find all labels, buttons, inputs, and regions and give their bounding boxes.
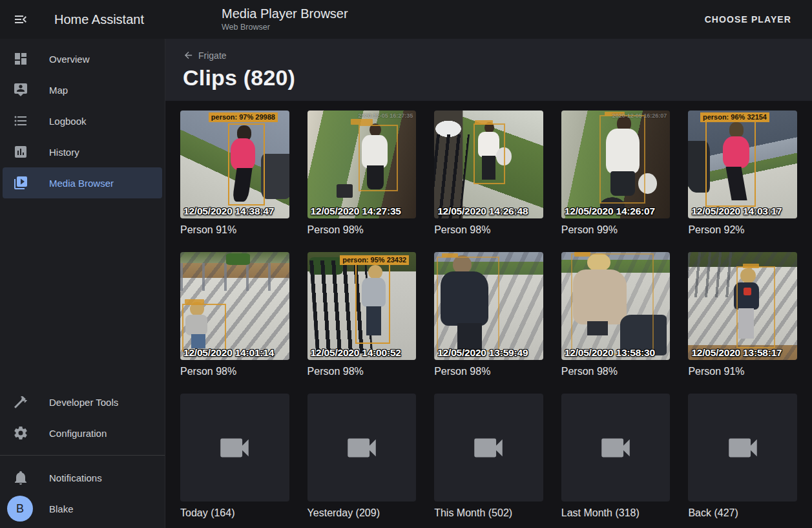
user-name: Blake <box>49 503 74 514</box>
package-shape <box>337 184 353 198</box>
sidebar-item-history[interactable]: History <box>3 136 162 167</box>
sidebar-item-notifications[interactable]: Notifications <box>3 462 162 493</box>
folder-card-last-month[interactable]: Last Month (318) <box>561 394 671 520</box>
folder-caption: Back (427) <box>688 507 797 520</box>
sidebar-item-label: Map <box>49 85 68 96</box>
menu-open-icon[interactable] <box>13 12 28 27</box>
clip-thumbnail: 12/05/2020 13:59:49 <box>434 252 543 360</box>
clip-card[interactable]: 12/05/2020 13:58:30 Person 98% <box>561 252 671 378</box>
media-grid-area: person: 97% 29988 12/05/2020 14:38:47 Pe… <box>165 101 812 525</box>
app-name: Home Assistant <box>54 12 144 27</box>
clip-timestamp: 12/05/2020 14:26:07 <box>565 206 655 217</box>
media-browser-panel: Frigate Clips (820) person: 97% 29988 12… <box>165 39 812 528</box>
folder-card-today[interactable]: Today (164) <box>180 394 289 520</box>
sidebar-item-label: Configuration <box>49 428 107 439</box>
clip-caption: Person 91% <box>180 224 289 237</box>
top-app-bar: Home Assistant Media Player Browser Web … <box>0 0 812 39</box>
detection-bounding-box <box>182 304 225 351</box>
clip-timestamp: 12/05/2020 13:58:17 <box>691 347 782 359</box>
page-title-block: Media Player Browser Web Browser <box>222 6 348 32</box>
detection-label-chip <box>351 119 373 124</box>
chart-box-icon <box>13 144 28 160</box>
sidebar-spacer <box>0 198 165 386</box>
clip-timestamp: 12/05/2020 14:27:35 <box>311 206 401 217</box>
clip-card[interactable]: 12/05/2020 13:58:17 Person 91% <box>688 252 797 378</box>
detection-label: person: 95% 23432 <box>340 255 409 265</box>
content-header: Frigate Clips (820) <box>165 39 812 101</box>
detection-label: person: 97% 29988 <box>209 112 278 122</box>
detection-bounding-box <box>437 257 500 352</box>
sidebar-item-developer-tools[interactable]: Developer Tools <box>3 386 162 417</box>
folder-thumbnail <box>561 394 671 502</box>
sidebar-item-label: Developer Tools <box>49 397 118 408</box>
clip-card[interactable]: 12/05/2020 14:01:14 Person 98% <box>180 252 289 378</box>
clip-card[interactable]: 12/05/2020 13:59:49 Person 98% <box>434 252 543 378</box>
clip-card[interactable]: person: 97% 29988 12/05/2020 14:38:47 Pe… <box>180 111 289 237</box>
sidebar-item-label: Media Browser <box>49 178 114 189</box>
folder-caption: This Month (502) <box>434 507 543 520</box>
folder-thumbnail <box>307 394 417 502</box>
home-assistant-app: Home Assistant Media Player Browser Web … <box>0 0 812 528</box>
detection-label-chip <box>743 264 759 268</box>
clip-card[interactable]: person: 96% 32154 12/05/2020 14:03:17 Pe… <box>688 111 797 237</box>
detection-label: person: 96% 32154 <box>700 112 769 122</box>
clip-timestamp: 12/05/2020 13:59:49 <box>437 347 528 359</box>
folder-card-this-month[interactable]: This Month (502) <box>434 394 543 520</box>
format-list-bulleted-icon <box>13 113 28 129</box>
clip-thumbnail: 12/05/2020 14:01:14 <box>180 252 289 360</box>
clip-caption: Person 99% <box>561 224 671 237</box>
sidebar-item-map[interactable]: Map <box>3 74 162 105</box>
clip-thumbnail: 2020-12-05 16:26:07 12/05/2020 14:26:07 <box>561 111 671 218</box>
folder-card-back[interactable]: Back (427) <box>688 394 797 520</box>
sidebar-user-profile[interactable]: B Blake <box>3 493 162 524</box>
detection-label-chip <box>442 253 458 258</box>
bell-icon <box>13 470 28 485</box>
topbar-page-section: Media Player Browser Web Browser CHOOSE … <box>165 6 812 32</box>
sidebar-item-logbook[interactable]: Logbook <box>3 105 162 136</box>
clip-thumbnail: 2020-12-05 16:27:35 12/05/2020 14:27:35 <box>307 111 417 218</box>
folder-thumbnail <box>688 394 797 502</box>
folder-caption: Last Month (318) <box>561 507 671 520</box>
clip-timestamp: 12/05/2020 14:26:48 <box>437 206 528 217</box>
clip-caption: Person 91% <box>688 365 797 378</box>
detection-bounding-box <box>705 120 756 207</box>
clip-thumbnail: person: 97% 29988 12/05/2020 14:38:47 <box>180 111 289 218</box>
detection-bounding-box <box>355 264 390 344</box>
detection-bounding-box <box>571 253 654 355</box>
toy-mower-shape <box>226 253 250 265</box>
clip-caption: Person 98% <box>307 365 417 378</box>
video-camera-icon <box>597 429 634 467</box>
clip-thumbnail: 12/05/2020 13:58:17 <box>688 252 797 360</box>
detection-bounding-box <box>736 266 776 348</box>
clip-thumbnail: person: 96% 32154 12/05/2020 14:03:17 <box>688 111 797 218</box>
media-grid: person: 97% 29988 12/05/2020 14:38:47 Pe… <box>165 101 812 520</box>
cog-icon <box>13 425 28 441</box>
camera-overlay-text: 2020-12-05 16:26:07 <box>612 112 667 119</box>
detection-label-chip <box>185 299 204 304</box>
clip-card[interactable]: person: 95% 23432 12/05/2020 14:00:52 Pe… <box>307 252 417 378</box>
clip-card[interactable]: 12/05/2020 14:26:48 Person 98% <box>434 111 543 237</box>
sidebar-item-media-browser[interactable]: Media Browser <box>3 167 162 198</box>
page-subtitle: Web Browser <box>222 23 348 32</box>
video-camera-icon <box>470 429 507 467</box>
breadcrumb-label: Frigate <box>198 50 227 61</box>
topbar-sidebar-section: Home Assistant <box>0 12 165 27</box>
sidebar-item-overview[interactable]: Overview <box>3 43 162 74</box>
arrow-left-icon <box>183 50 194 61</box>
breadcrumb-back-frigate[interactable]: Frigate <box>183 50 227 61</box>
clip-card[interactable]: 2020-12-05 16:26:07 12/05/2020 14:26:07 … <box>561 111 671 237</box>
clip-timestamp: 12/05/2020 14:38:47 <box>183 206 274 217</box>
tooltip-account-icon <box>13 82 28 98</box>
choose-player-button[interactable]: CHOOSE PLAYER <box>700 9 796 30</box>
sidebar-item-label: Overview <box>49 54 90 65</box>
sidebar-item-label: History <box>49 147 79 158</box>
clip-caption: Person 98% <box>561 365 671 378</box>
railing-shape <box>688 252 737 297</box>
sidebar: Overview Map Logbook History Media Brows… <box>0 39 165 528</box>
clip-card[interactable]: 2020-12-05 16:27:35 12/05/2020 14:27:35 … <box>307 111 417 237</box>
detection-bounding-box <box>359 125 398 192</box>
folder-card-yesterday[interactable]: Yesterday (209) <box>307 394 417 520</box>
sidebar-item-configuration[interactable]: Configuration <box>3 417 162 449</box>
page-title: Media Player Browser <box>222 6 348 21</box>
sidebar-divider <box>0 455 165 456</box>
